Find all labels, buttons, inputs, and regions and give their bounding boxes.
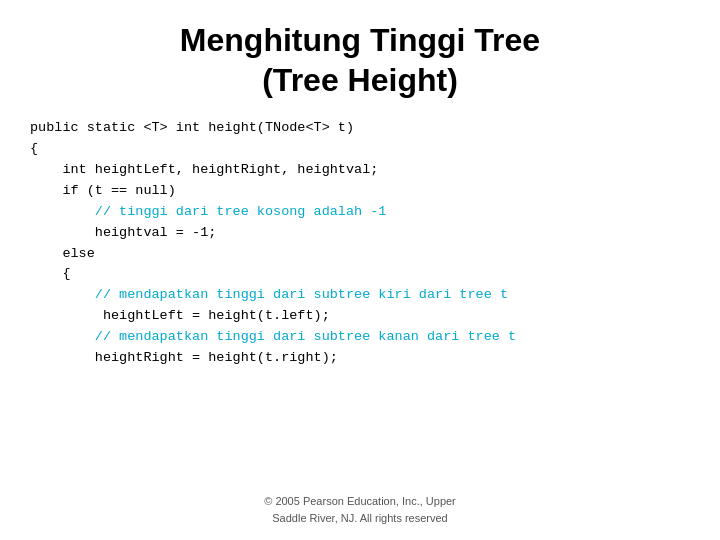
code-line: // mendapatkan tinggi dari subtree kanan…: [30, 327, 690, 348]
code-line: else: [30, 244, 690, 265]
code-line: // mendapatkan tinggi dari subtree kiri …: [30, 285, 690, 306]
code-line: heightLeft = height(t.left);: [30, 306, 690, 327]
title-line1: Menghitung Tinggi Tree: [180, 22, 540, 58]
code-line: {: [30, 264, 690, 285]
code-block: public static <T> int height(TNode<T> t)…: [30, 118, 690, 369]
title-line2: (Tree Height): [262, 62, 458, 98]
footer-line1: © 2005 Pearson Education, Inc., Upper: [264, 495, 456, 507]
code-line: heightval = -1;: [30, 223, 690, 244]
footer-line2: Saddle River, NJ. All rights reserved: [272, 512, 447, 524]
footer: © 2005 Pearson Education, Inc., Upper Sa…: [0, 493, 720, 526]
code-line: if (t == null): [30, 181, 690, 202]
code-line: int heightLeft, heightRight, heightval;: [30, 160, 690, 181]
code-line: // tinggi dari tree kosong adalah -1: [30, 202, 690, 223]
code-line: heightRight = height(t.right);: [30, 348, 690, 369]
code-line: {: [30, 139, 690, 160]
page: Menghitung Tinggi Tree (Tree Height) pub…: [0, 0, 720, 540]
code-line: public static <T> int height(TNode<T> t): [30, 118, 690, 139]
slide-title: Menghitung Tinggi Tree (Tree Height): [180, 20, 540, 100]
